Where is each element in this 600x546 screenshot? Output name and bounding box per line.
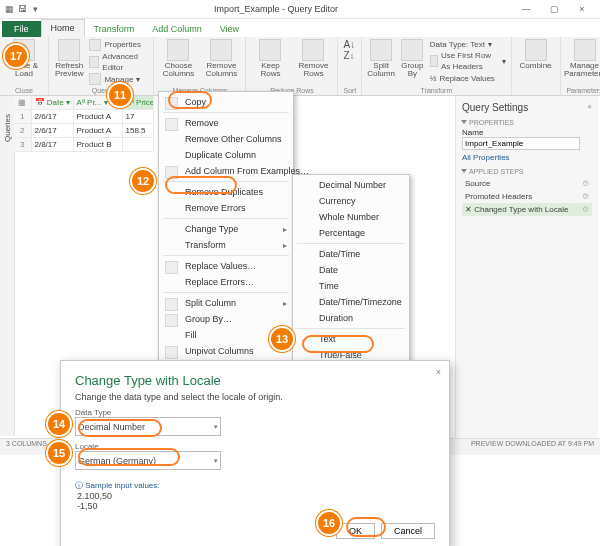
type-duration[interactable]: Duration [293,310,409,326]
queries-rail[interactable]: Queries [0,96,15,436]
type-whole-number[interactable]: Whole Number [293,209,409,225]
step-source[interactable]: Source⚙ [462,177,592,190]
remove-rows-button[interactable]: Remove Rows [294,39,332,79]
type-datetime[interactable]: Date/Time [293,246,409,262]
title-bar: ▦ 🖫 ▾ Import_Example - Query Editor — ▢ … [0,0,600,19]
applied-steps-section: APPLIED STEPS [462,168,592,175]
callout-14: 14 [46,411,72,437]
maximize-button[interactable]: ▢ [540,4,568,14]
ctx-remove-duplicates[interactable]: Remove Duplicates [159,184,293,200]
combine-button[interactable]: Combine [517,39,555,70]
dialog-close-icon[interactable]: × [436,367,441,377]
ribbon: Close & LoadClose Refresh Preview Proper… [0,37,600,96]
ctx-split-column[interactable]: Split Column▸ [159,295,293,311]
manage-params-button[interactable]: Manage Parameters [566,39,600,79]
split-column-button[interactable]: Split Column [367,39,395,79]
locale-label: Locale [75,442,435,451]
sample-value-2: -1,50 [77,501,435,511]
remove-columns-button[interactable]: Remove Columns [202,39,240,79]
callout-13: 13 [269,326,295,352]
quick-access: ▦ 🖫 ▾ [4,4,40,14]
row-header: ▦ [14,96,32,109]
advanced-editor-button[interactable]: Advanced Editor [89,51,148,73]
cancel-button[interactable]: Cancel [381,523,435,539]
type-decimal[interactable]: Decimal Number [293,177,409,193]
table-row[interactable]: 32/8/17Product B [14,138,154,152]
status-right: PREVIEW DOWNLOADED AT 9:49 PM [471,440,594,454]
properties-section: PROPERTIES [462,119,592,126]
table-row[interactable]: 12/6/17Product A17 [14,110,154,124]
ctx-replace-errors[interactable]: Replace Errors… [159,274,293,290]
ctx-remove[interactable]: Remove [159,115,293,131]
callout-15: 15 [46,440,72,466]
tab-add-column[interactable]: Add Column [143,21,211,37]
type-datetime-tz[interactable]: Date/Time/Timezone [293,294,409,310]
type-text[interactable]: ✓Text [293,331,409,347]
minimize-button[interactable]: — [512,4,540,14]
dialog-title: Change Type with Locale [75,373,435,388]
close-window-button[interactable]: × [568,4,596,14]
callout-11: 11 [107,82,133,108]
type-time[interactable]: Time [293,278,409,294]
first-row-headers-button[interactable]: Use First Row As Headers ▾ [430,50,506,72]
type-percentage[interactable]: Percentage [293,225,409,241]
ctx-transform[interactable]: Transform▸ [159,237,293,253]
group-transform: Transform [367,87,505,94]
type-date[interactable]: Date [293,262,409,278]
group-params: Parameters [566,87,600,94]
tab-transform[interactable]: Transform [85,21,144,37]
group-by-button[interactable]: Group By [400,39,425,79]
table-row[interactable]: 22/6/17Product A158.5 [14,124,154,138]
sample-value-1: 2.100,50 [77,491,435,501]
data-type-button[interactable]: Data Type: Text ▾ [430,39,506,50]
sample-values-label: Sample input values: [75,480,435,491]
data-grid: ▦ 📅 Date ▾ Aᴮ Pr... ▾ Aᴮ Price 12/6/17Pr… [14,96,154,152]
sort-asc-icon[interactable]: A↓ [343,39,355,50]
settings-title: Query Settings [462,102,592,113]
group-sort: Sort [343,87,356,94]
ctx-group-by[interactable]: Group By… [159,311,293,327]
callout-12: 12 [130,168,156,194]
step-changed-type-locale[interactable]: ✕ Changed Type with Locale⚙ [462,203,592,216]
settings-close-icon[interactable]: × [587,102,592,111]
tab-view[interactable]: View [211,21,248,37]
ctx-duplicate[interactable]: Duplicate Column [159,147,293,163]
ctx-replace-values[interactable]: Replace Values… [159,258,293,274]
group-combine [517,87,555,94]
tab-file[interactable]: File [2,21,41,37]
name-label: Name [462,128,592,137]
window-title: Import_Example - Query Editor [40,4,512,14]
callout-16: 16 [316,510,342,536]
ok-button[interactable]: OK [336,523,375,539]
ctx-remove-errors[interactable]: Remove Errors [159,200,293,216]
query-settings-pane: × Query Settings PROPERTIES Name All Pro… [455,96,598,438]
data-type-label: Data Type [75,408,435,417]
ribbon-tabs: File Home Transform Add Column View [0,19,600,37]
keep-rows-button[interactable]: Keep Rows [251,39,289,79]
all-properties-link[interactable]: All Properties [462,153,510,162]
app-icon: ▦ [4,4,14,14]
ctx-remove-other[interactable]: Remove Other Columns [159,131,293,147]
callout-17: 17 [3,43,29,69]
group-close: Close [5,87,43,94]
step-promoted-headers[interactable]: Promoted Headers⚙ [462,190,592,203]
save-icon[interactable]: 🖫 [17,4,27,14]
choose-columns-button[interactable]: Choose Columns [159,39,197,79]
query-name-input[interactable] [462,137,580,150]
ctx-change-type[interactable]: Change Type▸ [159,221,293,237]
properties-button[interactable]: Properties [89,39,148,51]
data-type-combo[interactable]: Decimal Number▾ [75,417,221,436]
ctx-add-from-examples[interactable]: Add Column From Examples… [159,163,293,179]
type-currency[interactable]: Currency [293,193,409,209]
replace-values-button[interactable]: ½ Replace Values [430,73,506,84]
change-type-locale-dialog: × Change Type with Locale Change the dat… [60,360,450,546]
group-query: Query [54,87,148,94]
sort-desc-icon[interactable]: Z↓ [343,50,355,61]
qat-dropdown-icon[interactable]: ▾ [30,4,40,14]
col-header-date[interactable]: 📅 Date ▾ [32,96,74,109]
locale-combo[interactable]: German (Germany)▾ [75,451,221,470]
dialog-subtitle: Change the data type and select the loca… [75,392,435,402]
ctx-copy[interactable]: Copy [159,94,293,110]
tab-home[interactable]: Home [41,19,85,37]
refresh-preview-button[interactable]: Refresh Preview [54,39,84,79]
